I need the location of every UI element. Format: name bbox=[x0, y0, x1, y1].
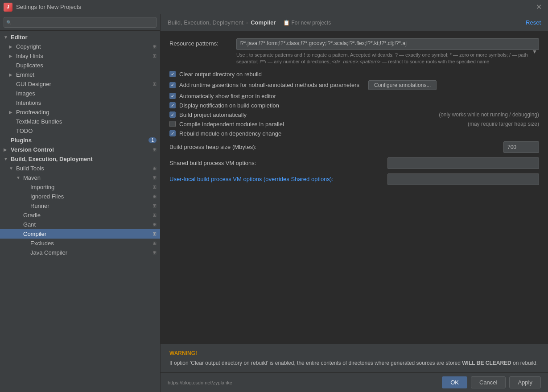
resource-patterns-row: Resource patterns: !?*.java;!?*.form;!?*… bbox=[169, 38, 539, 66]
sidebar-item-ignored-files[interactable]: Ignored Files ⊞ bbox=[0, 192, 160, 201]
user-vm-row: User-local build process VM options (ove… bbox=[169, 173, 539, 185]
sidebar-item-intentions[interactable]: Intentions bbox=[0, 98, 160, 107]
checkbox-add-runtime[interactable] bbox=[169, 82, 176, 88]
checkbox-add-runtime-label: Add runtime assertions for notnull-annot… bbox=[179, 82, 359, 88]
shared-vm-label: Shared build process VM options: bbox=[169, 160, 387, 166]
sidebar-item-label: Java Compiler bbox=[30, 249, 151, 256]
checkbox-compile-parallel-label: Compile independent modules in parallel bbox=[179, 121, 284, 128]
resource-expand-icon[interactable]: ▼ bbox=[532, 49, 537, 55]
build-auto-note: (only works while not running / debuggin… bbox=[430, 111, 539, 118]
expand-icon: ▼ bbox=[4, 157, 9, 161]
ok-button[interactable]: OK bbox=[442, 376, 467, 388]
breadcrumb-context: 📋 For new projects bbox=[283, 20, 331, 26]
checkbox-clear-output-row: Clear output directory on rebuild bbox=[169, 71, 539, 78]
sidebar-item-label: GUI Designer bbox=[16, 81, 151, 87]
compile-parallel-note: (may require larger heap size) bbox=[459, 121, 539, 127]
heap-size-label: Build process heap size (Mbytes): bbox=[169, 144, 503, 150]
sidebar-item-importing[interactable]: Importing ⊞ bbox=[0, 182, 160, 192]
sidebar-item-label: Importing bbox=[30, 184, 151, 190]
checkbox-rebuild-module[interactable] bbox=[169, 130, 176, 136]
expand-icon: ▶ bbox=[9, 72, 14, 77]
breadcrumb-active: Compiler bbox=[251, 19, 276, 26]
sidebar-item-label: Intentions bbox=[16, 99, 157, 106]
external-icon: ⊞ bbox=[152, 203, 157, 209]
sidebar-item-copyright[interactable]: ▶ Copyright ⊞ bbox=[0, 42, 160, 51]
settings-panel: Resource patterns: !?*.java;!?*.form;!?*… bbox=[161, 31, 548, 343]
sidebar-item-textmate-bundles[interactable]: TextMate Bundles bbox=[0, 117, 160, 126]
checkbox-compile-parallel[interactable] bbox=[169, 121, 176, 127]
expand-icon: ▶ bbox=[9, 44, 14, 49]
context-icon: 📋 bbox=[283, 20, 290, 26]
resource-input-display[interactable]: !?*.java;!?*.form;!?*.class;!?*.groovy;!… bbox=[236, 38, 539, 50]
search-box bbox=[0, 14, 160, 31]
sidebar-item-label: Compiler bbox=[23, 231, 151, 237]
content-area: Build, Execution, Deployment › Compiler … bbox=[161, 14, 548, 392]
breadcrumb-context-label: For new projects bbox=[292, 20, 331, 26]
sidebar-item-excludes[interactable]: Excludes ⊞ bbox=[0, 239, 160, 248]
checkbox-display-notification-row: Display notification on build completion bbox=[169, 102, 539, 109]
checkbox-build-auto[interactable] bbox=[169, 111, 176, 118]
plugins-badge: 1 bbox=[148, 137, 157, 143]
sidebar-item-build-tools[interactable]: ▼ Build Tools ⊞ bbox=[0, 164, 160, 173]
sidebar-item-gradle[interactable]: Gradle ⊞ bbox=[0, 210, 160, 220]
external-icon: ⊞ bbox=[152, 222, 157, 227]
expand-icon: ▶ bbox=[9, 54, 14, 58]
sidebar-item-label: Copyright bbox=[16, 43, 151, 50]
resource-hint: Use ; to separate patterns and ! to nega… bbox=[236, 52, 539, 66]
checkbox-auto-show-error[interactable] bbox=[169, 93, 176, 99]
sidebar-item-version-control[interactable]: ▶ Version Control ⊞ bbox=[0, 145, 160, 154]
sidebar-item-label: Proofreading bbox=[16, 109, 157, 116]
sidebar-item-compiler[interactable]: Compiler ⊞ bbox=[0, 229, 160, 239]
sidebar-item-label: Build Tools bbox=[16, 165, 151, 172]
sidebar-item-label: Duplicates bbox=[16, 62, 157, 69]
title-bar-left: J Settings for New Projects bbox=[4, 3, 81, 12]
sidebar-item-gui-designer[interactable]: GUI Designer ⊞ bbox=[0, 79, 160, 89]
reset-button[interactable]: Reset bbox=[526, 19, 541, 26]
configure-annotations-button[interactable]: Configure annotations... bbox=[368, 80, 437, 90]
checkbox-build-auto-row: Build project automatically (only works … bbox=[169, 111, 539, 118]
sidebar-item-runner[interactable]: Runner ⊞ bbox=[0, 201, 160, 210]
sidebar-item-label: Build, Execution, Deployment bbox=[11, 156, 157, 162]
sidebar-item-label: Images bbox=[16, 90, 157, 97]
cancel-button[interactable]: Cancel bbox=[471, 376, 506, 388]
apply-button[interactable]: Apply bbox=[509, 376, 541, 388]
search-input[interactable] bbox=[4, 17, 157, 28]
sidebar-item-label: Inlay Hints bbox=[16, 53, 151, 59]
expand-icon: ▼ bbox=[9, 166, 14, 171]
heap-size-input[interactable] bbox=[503, 141, 539, 153]
sidebar-item-duplicates[interactable]: Duplicates bbox=[0, 61, 160, 70]
sidebar-item-inlay-hints[interactable]: ▶ Inlay Hints ⊞ bbox=[0, 51, 160, 61]
checkbox-clear-output[interactable] bbox=[169, 71, 176, 77]
sidebar-item-proofreading[interactable]: ▶ Proofreading bbox=[0, 107, 160, 117]
checkbox-build-auto-label: Build project automatically bbox=[179, 111, 247, 118]
breadcrumb-separator: › bbox=[246, 19, 248, 26]
sidebar-item-plugins[interactable]: Plugins 1 bbox=[0, 136, 160, 145]
shared-vm-row: Shared build process VM options: bbox=[169, 157, 539, 169]
checkbox-auto-show-error-label: Automatically show first error in editor bbox=[179, 93, 276, 99]
sidebar-item-java-compiler[interactable]: Java Compiler ⊞ bbox=[0, 248, 160, 257]
sidebar-item-todo[interactable]: TODO bbox=[0, 126, 160, 136]
external-icon: ⊞ bbox=[152, 175, 157, 181]
sidebar-item-label: Maven bbox=[23, 174, 151, 181]
sidebar-item-editor[interactable]: ▼ Editor bbox=[0, 33, 160, 42]
checkbox-rebuild-module-label: Rebuild module on dependency change bbox=[179, 130, 281, 137]
checkbox-add-runtime-row: Add runtime assertions for notnull-annot… bbox=[169, 80, 539, 90]
expand-icon: ▼ bbox=[16, 175, 21, 180]
sidebar-item-images[interactable]: Images bbox=[0, 89, 160, 98]
sidebar-item-label: Gradle bbox=[23, 212, 151, 219]
sidebar-item-emmet[interactable]: ▶ Emmet bbox=[0, 70, 160, 79]
sidebar-item-gant[interactable]: Gant ⊞ bbox=[0, 220, 160, 229]
breadcrumb-path: Build, Execution, Deployment bbox=[168, 19, 243, 26]
user-vm-label: User-local build process VM options (ove… bbox=[169, 176, 387, 182]
sidebar-item-build-execution-deployment[interactable]: ▼ Build, Execution, Deployment bbox=[0, 154, 160, 164]
close-button[interactable]: ✕ bbox=[533, 2, 544, 12]
external-icon: ⊞ bbox=[152, 240, 157, 246]
warning-text: If option 'Clear output directory on reb… bbox=[169, 359, 539, 367]
sidebar-item-label: Ignored Files bbox=[30, 193, 151, 200]
user-vm-input[interactable] bbox=[387, 173, 539, 185]
breadcrumb: Build, Execution, Deployment › Compiler … bbox=[161, 14, 548, 31]
shared-vm-input[interactable] bbox=[387, 157, 539, 169]
heap-size-row: Build process heap size (Mbytes): bbox=[169, 141, 539, 153]
checkbox-display-notification[interactable] bbox=[169, 102, 176, 108]
sidebar-item-maven[interactable]: ▼ Maven ⊞ bbox=[0, 173, 160, 182]
